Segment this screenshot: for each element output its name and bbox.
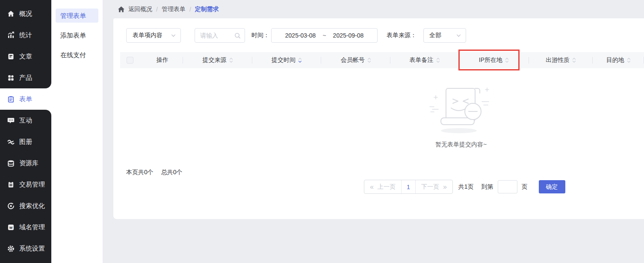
home-icon <box>118 6 124 12</box>
column-label: 出游性质 <box>546 56 570 64</box>
page-group: « 上一页 1 下一页 » <box>364 180 453 194</box>
column-header-form-note[interactable]: 表单备注 <box>390 52 458 68</box>
chevron-down-icon <box>171 34 176 37</box>
subsidebar-item-add-form[interactable]: 添加表单 <box>56 28 98 42</box>
sidebar-item-label: 统计 <box>19 31 32 39</box>
sidebar-item-statistics[interactable]: 统计 <box>0 24 51 46</box>
column-header-submit-time[interactable]: 提交时间 <box>252 52 321 68</box>
chart-icon <box>7 32 15 39</box>
breadcrumb-separator: / <box>156 6 158 13</box>
date-range-separator: ~ <box>322 32 326 39</box>
sidebar-item-label: 表单 <box>19 95 32 103</box>
sidebar-item-articles[interactable]: 文章 <box>0 46 51 67</box>
sort-icon[interactable] <box>505 57 509 64</box>
column-header-member-account[interactable]: 会员帐号 <box>321 52 390 68</box>
keyword-search-input[interactable] <box>200 32 233 39</box>
sidebar-item-label: 搜索优化 <box>19 202 45 210</box>
column-label: 提交来源 <box>203 56 227 64</box>
chevron-down-icon <box>456 34 461 37</box>
column-header-travel-type[interactable]: 出游性质 <box>529 52 593 68</box>
optimize-icon <box>7 202 15 210</box>
subsidebar-item-online-payment[interactable]: 在线支付 <box>56 48 98 62</box>
column-header-ip-location[interactable]: IP所在地 <box>459 52 529 68</box>
svg-text:w: w <box>9 225 13 229</box>
column-label: 会员帐号 <box>341 56 365 64</box>
sidebar-item-albums[interactable]: 图册 <box>0 131 51 152</box>
breadcrumb-back-overview[interactable]: 返回概况 <box>128 6 152 13</box>
goto-page-input[interactable] <box>498 180 517 193</box>
sidebar-item-domains[interactable]: w 域名管理 <box>0 216 51 238</box>
current-page-button[interactable]: 1 <box>401 180 416 193</box>
sort-icon[interactable] <box>436 57 440 64</box>
form-field-select[interactable]: 表单项内容 <box>126 28 181 43</box>
confirm-button[interactable]: 确定 <box>539 180 565 193</box>
next-page-button[interactable]: 下一页 » <box>416 180 452 193</box>
pagination: « 上一页 1 下一页 » 共1页 到第 页 确定 <box>364 180 565 194</box>
form-source-label: 表单来源： <box>387 32 417 39</box>
domain-w-icon: w <box>7 224 15 231</box>
sidebar-item-label: 图册 <box>19 138 32 146</box>
sidebar-item-label: 概况 <box>19 10 32 18</box>
column-header-submit-source[interactable]: 提交来源 <box>183 52 252 68</box>
sort-icon[interactable] <box>367 57 371 64</box>
gear-icon <box>7 245 15 252</box>
sidebar-item-label: 交易管理 <box>19 181 45 189</box>
summary-counts: 本页共0个 总共0个 <box>126 169 188 176</box>
total-count-text: 总共0个 <box>161 169 183 175</box>
double-chevron-right-icon: » <box>443 183 447 191</box>
page-count-text: 本页共0个 <box>126 169 154 175</box>
column-header-destination[interactable]: 目的地 <box>593 52 644 68</box>
sort-icon-active-desc[interactable] <box>298 57 302 64</box>
column-header-operation: 操作 <box>142 52 183 68</box>
prev-page-button[interactable]: « 上一页 <box>364 180 401 193</box>
sort-icon[interactable] <box>627 57 631 64</box>
sidebar-dark-bottom-block: 互动 图册 资源库 交易管理 搜索优化 w 域名管理 系统设置 <box>0 110 51 263</box>
sidebar-item-label: 资源库 <box>19 159 38 167</box>
time-filter-label: 时间： <box>251 32 269 39</box>
primary-sidebar: 概况 统计 文章 产品 表单 互动 图册 资源库 <box>0 0 51 263</box>
subsidebar-item-manage-forms[interactable]: 管理表单 <box>56 9 98 23</box>
breadcrumb-manage-forms[interactable]: 管理表单 <box>162 6 186 13</box>
breadcrumb-current-custom-requests: 定制需求 <box>195 6 219 13</box>
sidebar-item-label: 互动 <box>19 117 32 125</box>
date-start-value: 2025-03-08 <box>285 32 316 39</box>
sidebar-item-overview[interactable]: 概况 <box>0 3 51 24</box>
column-label: 提交时间 <box>272 56 295 64</box>
home-icon <box>7 10 15 18</box>
sidebar-item-label: 系统设置 <box>19 245 45 253</box>
sidebar-item-settings[interactable]: 系统设置 <box>0 238 51 259</box>
search-icon[interactable] <box>234 32 241 39</box>
double-chevron-left-icon: « <box>370 183 374 191</box>
form-source-select[interactable]: 全部 <box>423 28 466 43</box>
empty-state: 暂无表单提交内容~ <box>429 85 493 149</box>
sidebar-item-transactions[interactable]: 交易管理 <box>0 174 51 195</box>
sidebar-item-interaction[interactable]: 互动 <box>0 110 51 131</box>
date-end-value: 2025-09-08 <box>333 32 364 39</box>
next-page-label: 下一页 <box>421 183 439 191</box>
sort-icon[interactable] <box>229 57 233 64</box>
form-icon <box>7 96 15 103</box>
sidebar-item-resources[interactable]: 资源库 <box>0 152 51 174</box>
sidebar-item-label: 文章 <box>19 53 32 61</box>
sidebar-item-label: 产品 <box>19 74 32 82</box>
sidebar-item-seo[interactable]: 搜索优化 <box>0 195 51 216</box>
breadcrumb: 返回概况 / 管理表单 / 定制需求 <box>118 6 219 13</box>
total-pages-text: 共1页 <box>458 183 474 191</box>
sidebar-item-label: 域名管理 <box>19 223 45 231</box>
prev-page-label: 上一页 <box>378 183 396 191</box>
column-label: 操作 <box>157 56 168 64</box>
secondary-sidebar: 管理表单 添加表单 在线支付 <box>51 0 103 263</box>
sidebar-item-products[interactable]: 产品 <box>0 67 51 88</box>
sidebar-item-forms-active[interactable]: 表单 <box>0 88 51 110</box>
date-range-picker[interactable]: 2025-03-08 ~ 2025-09-08 <box>271 28 378 43</box>
column-label: 表单备注 <box>410 56 434 64</box>
empty-scroll-illustration <box>429 85 493 134</box>
sidebar-dark-top-block: 概况 统计 文章 产品 <box>0 0 51 88</box>
clipboard-icon <box>7 181 15 188</box>
column-label: IP所在地 <box>479 56 502 64</box>
goto-page-suffix: 页 <box>522 183 528 191</box>
chat-icon <box>7 117 15 124</box>
sort-icon[interactable] <box>572 57 576 64</box>
select-all-checkbox[interactable] <box>127 57 133 64</box>
goto-page-prefix: 到第 <box>482 183 493 191</box>
